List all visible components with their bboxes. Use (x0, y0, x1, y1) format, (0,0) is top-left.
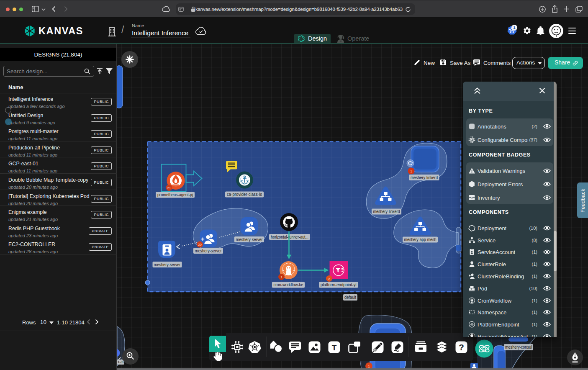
svg-text:cron-workflow-ke: cron-workflow-ke (274, 282, 303, 287)
svg-text:2: 2 (328, 277, 330, 281)
svg-text:meshery-app-mesh: meshery-app-mesh (404, 237, 437, 242)
svg-text:meshery-server: meshery-server (236, 237, 263, 242)
svg-text:21: 21 (167, 186, 171, 190)
svg-text:meshery-server: meshery-server (195, 248, 222, 253)
svg-text:1: 1 (368, 364, 370, 368)
svg-text:default: default (344, 295, 356, 300)
svg-text:prometheus-agent-pj: prometheus-agent-pj (157, 192, 193, 197)
svg-text:horizontal-runner-aut...: horizontal-runner-aut... (271, 234, 308, 239)
svg-text:T: T (332, 343, 337, 352)
svg-text:1: 1 (410, 169, 412, 173)
svg-text:meshery-linkerd: meshery-linkerd (411, 175, 438, 180)
svg-text:meshery-server: meshery-server (154, 262, 181, 267)
svg-text:?: ? (459, 342, 464, 352)
svg-text:ca-provider-class-ls: ca-provider-class-ls (227, 192, 262, 197)
svg-text:1: 1 (280, 275, 282, 279)
svg-text:20: 20 (198, 243, 202, 247)
svg-text:platform-endpoint-yt: platform-endpoint-yt (321, 282, 357, 287)
svg-text:meshery-consul: meshery-consul (505, 344, 532, 349)
svg-text:meshery-linkerd: meshery-linkerd (373, 209, 400, 214)
